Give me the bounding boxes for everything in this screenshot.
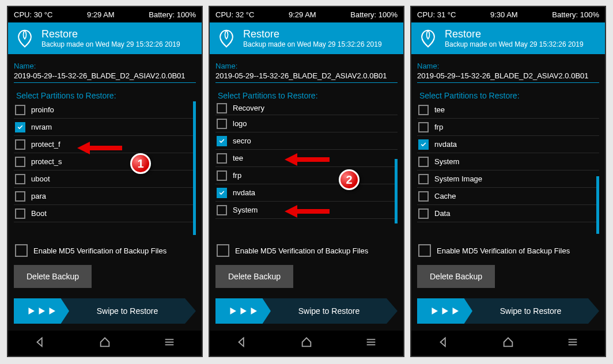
partition-row[interactable]: Data xyxy=(417,205,599,222)
partition-checkbox[interactable] xyxy=(15,191,25,202)
partition-list[interactable]: proinfo nvram protect_f protect_s uboot … xyxy=(14,101,196,238)
partition-label: frp xyxy=(233,171,241,180)
md5-verification-row[interactable]: Enable MD5 Verification of Backup Files xyxy=(215,241,398,260)
status-bar: CPU: 30 °C 9:29 AM Battery: 100% xyxy=(8,7,202,22)
partition-label: uboot xyxy=(31,175,50,183)
md5-checkbox[interactable] xyxy=(15,244,28,257)
partition-checkbox[interactable] xyxy=(217,205,227,215)
swipe-handle[interactable] xyxy=(215,298,271,324)
partition-row[interactable]: System xyxy=(417,153,599,170)
device-screen: CPU: 30 °C 9:29 AM Battery: 100% Restore… xyxy=(7,6,203,357)
md5-verification-row[interactable]: Enable MD5 Verification of Backup Files xyxy=(417,241,599,260)
partition-row[interactable]: System xyxy=(215,202,398,219)
partition-label: tee xyxy=(233,154,243,162)
status-bar: CPU: 31 °C 9:30 AM Battery: 100% xyxy=(411,7,605,22)
md5-label: Enable MD5 Verification of Backup Files xyxy=(437,247,570,255)
scrollbar-thumb[interactable] xyxy=(596,176,599,234)
partition-row[interactable]: nvram xyxy=(14,119,196,136)
partition-list[interactable]: Recovery logo secro tee frp nvdata Syste… xyxy=(215,101,398,238)
nav-back-icon[interactable] xyxy=(437,336,450,351)
scrollbar[interactable] xyxy=(395,101,398,238)
partition-checkbox[interactable] xyxy=(15,208,25,219)
partition-checkbox[interactable] xyxy=(217,103,227,113)
partition-list[interactable]: tee frp nvdata System System Image Cache… xyxy=(417,101,599,238)
swipe-label: Swipe to Restore xyxy=(69,306,196,316)
partition-label: Boot xyxy=(31,209,47,218)
partition-row[interactable]: logo xyxy=(215,115,398,132)
partition-row[interactable]: proinfo xyxy=(14,101,196,119)
header: Restore Backup made on Wed May 29 15:32:… xyxy=(210,22,403,54)
partition-row[interactable]: tee xyxy=(215,150,398,167)
delete-backup-button[interactable]: Delete Backup xyxy=(215,265,293,288)
backup-name-value[interactable]: 2019-05-29--15-32-26_BLADE_D2_ASIAV2.0.0… xyxy=(215,71,398,83)
nav-back-icon[interactable] xyxy=(236,336,248,351)
nav-recent-icon[interactable] xyxy=(365,336,377,351)
md5-checkbox[interactable] xyxy=(418,244,431,257)
backup-name-value[interactable]: 2019-05-29--15-32-26_BLADE_D2_ASIAV2.0.0… xyxy=(417,71,599,83)
partition-row[interactable]: nvdata xyxy=(215,184,398,202)
md5-verification-row[interactable]: Enable MD5 Verification of Backup Files xyxy=(14,241,196,260)
partition-row[interactable]: Recovery xyxy=(215,101,398,115)
delete-backup-button[interactable]: Delete Backup xyxy=(14,265,92,288)
partition-checkbox[interactable] xyxy=(217,153,227,164)
partition-row[interactable]: uboot xyxy=(14,170,196,188)
partition-label: Recovery xyxy=(233,104,264,112)
partition-checkbox[interactable] xyxy=(15,122,25,132)
partition-checkbox[interactable] xyxy=(418,139,429,150)
partition-checkbox[interactable] xyxy=(15,105,25,115)
backup-name-value[interactable]: 2019-05-29--15-32-26_BLADE_D2_ASIAV2.0.0… xyxy=(14,71,196,83)
name-label: Name: xyxy=(14,62,196,70)
partition-checkbox[interactable] xyxy=(217,119,227,129)
partition-checkbox[interactable] xyxy=(15,174,25,184)
partition-row[interactable]: protect_s xyxy=(14,153,196,170)
partition-row[interactable]: protect_f xyxy=(14,136,196,153)
swipe-to-restore[interactable]: Swipe to Restore xyxy=(14,298,196,324)
partition-checkbox[interactable] xyxy=(418,122,429,132)
partition-row[interactable]: frp xyxy=(417,119,599,136)
partition-checkbox[interactable] xyxy=(217,188,227,198)
nav-recent-icon[interactable] xyxy=(163,336,176,351)
partition-checkbox[interactable] xyxy=(217,170,227,181)
swipe-handle[interactable] xyxy=(14,298,69,324)
partition-row[interactable]: frp xyxy=(215,167,398,184)
status-time: 9:30 AM xyxy=(490,10,518,19)
partition-row[interactable]: secro xyxy=(215,132,398,150)
partition-label: protect_f xyxy=(31,140,60,149)
partition-label: tee xyxy=(434,105,445,114)
partition-row[interactable]: System Image xyxy=(417,170,599,188)
partition-row[interactable]: para xyxy=(14,188,196,205)
header-subtitle: Backup made on Wed May 29 15:32:26 2019 xyxy=(243,40,382,48)
partition-row[interactable]: tee xyxy=(417,101,599,119)
swipe-to-restore[interactable]: Swipe to Restore xyxy=(417,298,599,324)
scrollbar[interactable] xyxy=(193,101,196,238)
partition-checkbox[interactable] xyxy=(15,157,25,167)
partition-checkbox[interactable] xyxy=(418,157,429,167)
partition-label: secro xyxy=(233,136,251,145)
partition-checkbox[interactable] xyxy=(418,105,429,115)
partition-checkbox[interactable] xyxy=(418,191,429,202)
partition-checkbox[interactable] xyxy=(418,174,429,184)
nav-recent-icon[interactable] xyxy=(566,336,579,351)
twrp-logo-icon xyxy=(15,29,35,48)
partition-row[interactable]: Cache xyxy=(417,188,599,205)
nav-home-icon[interactable] xyxy=(99,336,111,351)
status-bar: CPU: 32 °C 9:29 AM Battery: 100% xyxy=(210,7,403,22)
partitions-section-label: Select Partitions to Restore: xyxy=(16,91,194,100)
nav-home-icon[interactable] xyxy=(502,336,514,351)
device-screen: CPU: 31 °C 9:30 AM Battery: 100% Restore… xyxy=(410,6,606,357)
status-cpu: CPU: 31 °C xyxy=(417,10,456,19)
partition-row[interactable]: nvdata xyxy=(417,136,599,153)
scrollbar-thumb[interactable] xyxy=(193,101,196,235)
nav-home-icon[interactable] xyxy=(300,336,313,351)
swipe-to-restore[interactable]: Swipe to Restore xyxy=(215,298,398,324)
scrollbar-thumb[interactable] xyxy=(395,159,398,223)
partition-checkbox[interactable] xyxy=(217,136,227,146)
swipe-handle[interactable] xyxy=(417,298,472,324)
nav-back-icon[interactable] xyxy=(34,336,47,351)
partition-checkbox[interactable] xyxy=(418,208,429,219)
md5-checkbox[interactable] xyxy=(217,244,229,257)
partition-row[interactable]: Boot xyxy=(14,205,196,222)
scrollbar[interactable] xyxy=(596,101,599,238)
partition-checkbox[interactable] xyxy=(15,139,25,150)
delete-backup-button[interactable]: Delete Backup xyxy=(417,265,495,288)
